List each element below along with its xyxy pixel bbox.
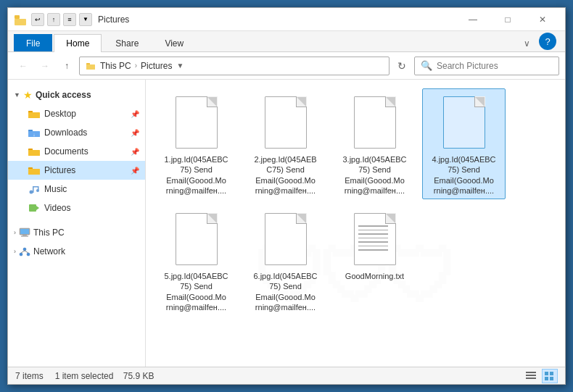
videos-label: Videos [44,203,70,213]
sidebar-item-pictures[interactable]: Pictures 📌 [8,161,145,180]
svg-rect-22 [22,235,27,236]
svg-point-13 [30,191,33,194]
up-button[interactable]: ↑ [57,57,76,75]
svg-rect-37 [545,377,548,380]
sidebar-item-desktop[interactable]: Desktop 📌 [8,104,145,123]
doc-icon [443,96,485,149]
pictures-pin-icon: 📌 [131,167,139,175]
file-icon-4 [439,93,490,151]
svg-rect-10 [28,150,40,156]
back-button[interactable]: ← [14,57,33,75]
maximize-button[interactable]: □ [491,8,524,31]
ribbon-chevron[interactable]: ∨ [518,36,536,51]
address-bar: ← → ↑ This PC › Pictures ▼ ↻ 🔍 [8,52,565,80]
qat-back-btn[interactable]: ↩ [31,13,44,26]
network-icon [19,246,30,257]
svg-rect-1 [15,19,26,25]
star-icon: ★ [23,89,33,101]
explorer-window: ↩ ↑ ≡ ▼ Pictures — □ ✕ File Home Share V… [7,7,566,385]
file-label: 1.jpg.Id(045AEBC75) SendEmail(Goood.Morn… [164,154,228,196]
file-icon-5 [171,210,222,268]
search-input[interactable] [437,61,553,71]
file-label: 4.jpg.Id(045AEBC75) SendEmail(Goood.Morn… [432,154,495,196]
files-grid: 1.jpg.Id(045AEBC75) SendEmail(Goood.Morn… [154,88,556,316]
svg-text:↓: ↓ [33,132,36,137]
sidebar-item-downloads[interactable]: ↓ Downloads 📌 [8,123,145,142]
list-item[interactable]: 3.jpg.Id(045AEBC75) SendEmail(Goood.Morn… [333,88,416,199]
sidebar-item-music[interactable]: Music [8,180,145,199]
list-item[interactable]: 5.jpg.Id(045AEBC75) SendEmail(Goood.Morn… [154,205,238,316]
qat-properties-btn[interactable]: ≡ [63,13,76,26]
tab-share[interactable]: Share [103,34,151,51]
file-label: 6.jpg.Id(045AEBC75) SendEmail(Goood.Morn… [253,271,317,312]
folder-nav-icon [86,61,96,71]
svg-rect-5 [28,112,40,118]
minimize-button[interactable]: — [456,8,490,31]
file-icon-7 [350,210,400,268]
crumb-this-pc[interactable]: This PC [100,61,131,71]
doc-icon [265,213,307,265]
sidebar-item-documents[interactable]: Documents 📌 [8,142,145,161]
tab-file[interactable]: File [14,34,52,51]
svg-line-27 [21,251,25,253]
sidebar: ▼ ★ Quick access Desktop 📌 [8,80,146,367]
help-button[interactable]: ? [539,33,556,50]
address-path[interactable]: This PC › Pictures ▼ [79,57,389,75]
large-icons-view-button[interactable] [542,369,558,383]
network-label: Network [33,246,65,257]
svg-rect-35 [545,372,548,375]
search-box[interactable]: 🔍 [414,57,559,75]
main-area: ▼ ★ Quick access Desktop 📌 [8,80,565,367]
qat-up-btn[interactable]: ↑ [47,13,60,26]
doc-icon [265,96,307,149]
file-label: 3.jpg.Id(045AEBC75) SendEmail(Goood.Morn… [342,154,406,196]
network-header[interactable]: › Network [8,242,145,261]
window-title: Pictures [98,14,456,25]
file-icon-1 [171,93,222,151]
computer-icon [19,227,30,238]
crumb-sep-1: › [135,62,137,70]
file-label: GoodMorning.txt [345,271,404,281]
title-bar: ↩ ↑ ≡ ▼ Pictures — □ ✕ [8,8,565,31]
folder-icon [28,108,40,120]
file-label: 2.jpeg.Id(045AEBC75) SendEmail(Goood.Mor… [254,154,316,196]
search-icon: 🔍 [421,60,432,71]
qat-dropdown-btn[interactable]: ▼ [79,13,92,26]
doc-icon [176,96,218,149]
list-item[interactable]: GoodMorning.txt [333,205,416,316]
file-label: 5.jpg.Id(045AEBC75) SendEmail(Goood.Morn… [164,271,228,312]
svg-rect-23 [21,236,28,237]
svg-rect-18 [29,204,36,212]
quick-access-header[interactable]: ▼ ★ Quick access [8,86,145,104]
expand-this-pc-icon: › [14,229,16,236]
path-expand-icon[interactable]: ▼ [176,62,184,70]
breadcrumb: This PC › Pictures ▼ [86,61,184,71]
details-view-button[interactable] [523,369,539,383]
svg-rect-15 [33,186,38,188]
documents-label: Documents [44,146,88,157]
quick-access-label: Quick access [36,90,91,100]
videos-icon [28,202,40,214]
documents-folder-icon [28,146,40,157]
svg-point-17 [36,189,39,192]
documents-pin-icon: 📌 [131,148,139,156]
svg-rect-34 [526,378,536,379]
svg-point-25 [20,253,22,256]
list-item[interactable]: 6.jpg.Id(045AEBC75) SendEmail(Goood.Morn… [244,205,327,316]
list-item[interactable]: 4.jpg.Id(045AEBC75) SendEmail(Goood.Morn… [422,88,506,199]
sidebar-item-videos[interactable]: Videos [8,199,145,217]
this-pc-header[interactable]: › This PC [8,223,145,242]
desktop-label: Desktop [44,109,76,119]
list-item[interactable]: 1.jpg.Id(045AEBC75) SendEmail(Goood.Morn… [154,88,238,199]
close-button[interactable]: ✕ [526,8,559,31]
this-pc-label: This PC [33,228,65,238]
tab-home[interactable]: Home [54,34,102,52]
tab-view[interactable]: View [152,34,196,51]
list-item[interactable]: 2.jpeg.Id(045AEBC75) SendEmail(Goood.Mor… [244,88,327,199]
crumb-pictures[interactable]: Pictures [141,61,172,71]
pictures-label: Pictures [44,165,75,175]
doc-icon [354,96,396,149]
desktop-pin-icon: 📌 [131,110,139,118]
forward-button[interactable]: → [36,57,54,75]
refresh-button[interactable]: ↻ [392,57,411,75]
